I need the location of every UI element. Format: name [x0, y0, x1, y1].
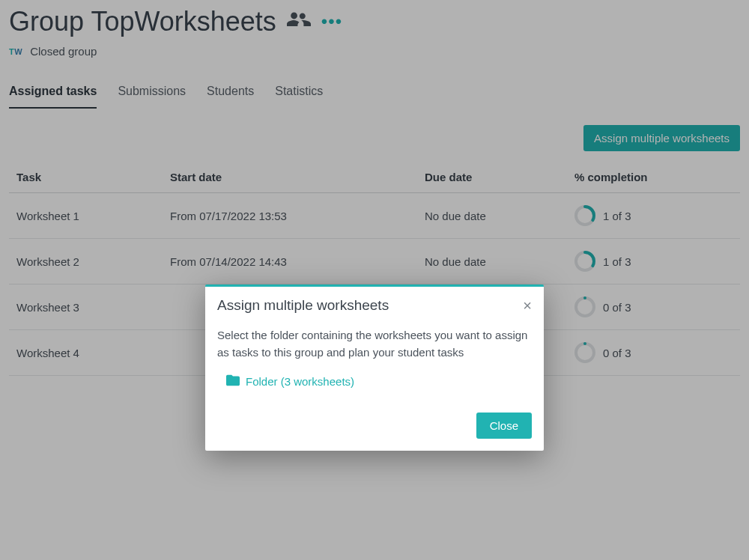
folder-link[interactable]: Folder (3 worksheets) — [226, 374, 532, 389]
folder-label: Folder (3 worksheets) — [246, 375, 354, 388]
modal-footer: Close — [205, 404, 544, 451]
page-root: Group TopWorksheets ••• TW Closed group … — [0, 0, 749, 560]
modal-close-x[interactable]: × — [523, 298, 532, 313]
assign-multiple-modal: Assign multiple worksheets × Select the … — [205, 284, 544, 451]
modal-header: Assign multiple worksheets × — [205, 287, 544, 321]
modal-body: Select the folder containing the workshe… — [205, 321, 544, 404]
modal-overlay[interactable]: Assign multiple worksheets × Select the … — [0, 0, 749, 560]
folder-icon — [226, 374, 240, 389]
modal-close-button[interactable]: Close — [476, 413, 532, 439]
modal-description: Select the folder containing the workshe… — [217, 327, 532, 361]
modal-title: Assign multiple worksheets — [217, 297, 389, 314]
